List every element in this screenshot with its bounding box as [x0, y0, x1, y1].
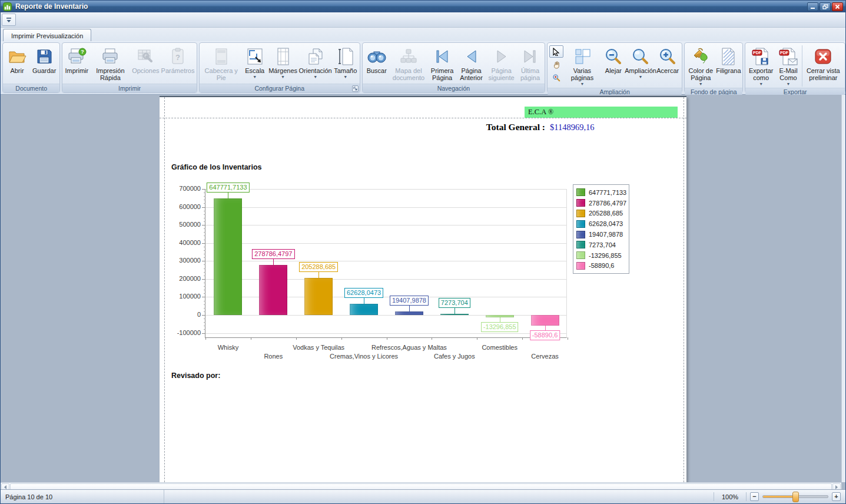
acercar-button[interactable]: Acercar: [655, 44, 681, 76]
cerrar-vista-button[interactable]: Cerrar vista preliminar: [803, 44, 844, 83]
y-minor-tick: [204, 200, 205, 200]
status-bar: Página 10 de 10 100% − +: [1, 489, 845, 503]
zoom-in-button[interactable]: +: [832, 492, 841, 501]
primera-pagina-label: Primera Página: [430, 67, 454, 81]
y-minor-tick: [204, 221, 205, 222]
category-label: Refrescos,Aguas y Maltas: [371, 344, 447, 351]
document-map-icon: [399, 46, 418, 67]
restore-button[interactable]: [820, 2, 831, 11]
parametros-label: Parámetros: [161, 67, 195, 74]
company-name: E.C.A ®: [528, 108, 553, 117]
legend-label: 19407,9878: [589, 231, 623, 238]
exportar-como-button[interactable]: PDF Exportar como ▼: [747, 44, 775, 88]
bar-Cafes y Jugos: [440, 314, 469, 315]
margin-guide-top: [160, 118, 686, 118]
y-tick: [202, 189, 205, 190]
color-pagina-button[interactable]: Color de Página ▼: [686, 44, 715, 88]
zoom-region-tool-button[interactable]: [549, 71, 563, 84]
ultima-pagina-label: Última página: [519, 67, 541, 81]
pagina-anterior-label: Página Anterior: [459, 67, 483, 81]
value-label: 647771,7133: [207, 183, 249, 193]
zoom-out-icon: [604, 46, 623, 67]
escala-button[interactable]: Escala ▼: [242, 44, 268, 81]
legend-label: -13296,855: [589, 252, 622, 259]
dialog-launcher-icon[interactable]: [352, 85, 359, 92]
gridline: [205, 261, 566, 261]
callout-connector: [319, 272, 319, 278]
minimize-button[interactable]: [807, 2, 818, 11]
y-minor-tick: [204, 228, 205, 229]
app-chart-icon: [3, 2, 12, 11]
y-tick-label: 400000: [167, 239, 201, 246]
buscar-button[interactable]: Buscar: [364, 44, 390, 76]
x-tick: [341, 337, 342, 340]
zoom-out-button[interactable]: −: [750, 492, 759, 501]
hand-tool-button[interactable]: [549, 58, 563, 71]
y-minor-tick: [204, 196, 205, 197]
filigrana-label: Filigrana: [716, 67, 741, 74]
zoom-slider-fill: [763, 496, 794, 498]
svg-text:?: ?: [81, 49, 85, 55]
value-label: 205288,685: [299, 262, 338, 272]
legend-swatch: [576, 210, 585, 217]
vertical-scrollbar[interactable]: [841, 95, 845, 482]
y-tick-label: 300000: [167, 257, 201, 264]
customize-toolbar-icon[interactable]: [2, 14, 16, 26]
legend-item: 205288,685: [576, 208, 629, 219]
tamano-button[interactable]: Tamaño ▼: [333, 44, 359, 81]
callout-connector: [273, 259, 274, 265]
title-bar: Reporte de Inventario: [1, 1, 845, 12]
margenes-button[interactable]: Márgenes ▼: [268, 44, 298, 81]
y-tick: [202, 261, 205, 261]
bar-Refrescos,Aguas y Maltas: [395, 311, 423, 315]
varias-paginas-button[interactable]: Varias páginas ▼: [564, 44, 601, 88]
category-label: Rones: [264, 353, 283, 360]
zoom-slider-thumb[interactable]: [792, 492, 799, 502]
bar-Whisky: [214, 198, 242, 315]
pointer-tool-button[interactable]: [549, 45, 563, 58]
category-label: Cervezas: [531, 353, 558, 360]
orientacion-button[interactable]: Orientación ▼: [298, 44, 332, 81]
svg-text:PDF: PDF: [753, 51, 762, 55]
pagina-anterior-button[interactable]: Página Anterior: [457, 44, 486, 83]
abrir-button[interactable]: Abrir: [4, 44, 30, 76]
tab-imprimir-previsualizacion[interactable]: Imprimir Previsualización: [3, 29, 91, 42]
legend-item: 278786,4797: [576, 198, 629, 208]
x-tick: [432, 337, 432, 340]
color-pagina-label: Color de Página: [688, 67, 713, 81]
ribbon: Abrir Guardar Documento ? Imprimir Impre…: [1, 41, 845, 95]
group-label-imprimir: Imprimir: [62, 84, 196, 92]
chart-title: Gráfico de los Inventarios: [171, 163, 262, 171]
y-tick-label: 0: [167, 311, 201, 318]
filigrana-button[interactable]: Filigrana: [715, 44, 741, 76]
orientacion-label: Orientación: [298, 67, 331, 74]
close-preview-icon: [814, 46, 832, 67]
alejar-button[interactable]: Alejar: [601, 44, 626, 76]
y-minor-tick: [204, 232, 205, 233]
category-label: Vodkas y Tequilas: [293, 344, 344, 351]
ampliacion-dropdown-icon: ▼: [639, 75, 643, 79]
previous-page-icon: [463, 46, 480, 67]
y-minor-tick: [204, 236, 205, 236]
mapa-documento-button: Mapa del documento: [390, 44, 427, 83]
x-tick: [477, 337, 477, 340]
mapa-documento-label: Mapa del documento: [392, 67, 425, 81]
email-como-button[interactable]: PDF E-Mail Como ▼: [775, 44, 801, 88]
alejar-label: Alejar: [605, 67, 622, 74]
guardar-button[interactable]: Guardar: [30, 44, 58, 76]
save-floppy-icon: [35, 46, 54, 67]
parameters-icon: ?: [168, 46, 187, 67]
cerrar-vista-label: Cerrar vista preliminar: [805, 67, 841, 81]
page-color-icon: [691, 46, 711, 67]
orientation-icon: [306, 46, 325, 67]
close-button[interactable]: [832, 2, 843, 11]
imprimir-button[interactable]: ? Imprimir: [64, 44, 89, 76]
y-minor-tick: [204, 301, 205, 301]
impresion-rapida-button[interactable]: Impresión Rápida: [89, 44, 131, 83]
primera-pagina-button[interactable]: Primera Página: [427, 44, 457, 83]
y-minor-tick: [204, 319, 205, 319]
ampliacion-button[interactable]: Ampliación ▼: [626, 44, 655, 81]
value-label: -13296,855: [481, 322, 519, 332]
zoom-slider[interactable]: [762, 495, 828, 498]
orientacion-dropdown-icon: ▼: [313, 75, 317, 79]
